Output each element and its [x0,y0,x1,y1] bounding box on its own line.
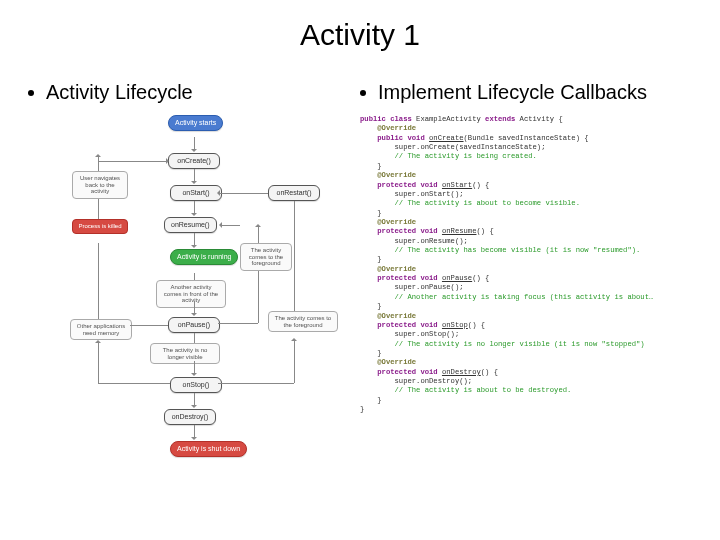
note-another-activity: Another activity comes in front of the a… [156,280,226,308]
comment: // Another activity is taking focus (thi… [360,293,653,301]
annotation: @Override [360,358,416,366]
txt: } [360,302,382,310]
node-onresume: onResume() [164,217,217,233]
note-other-apps: Other applications need memory [70,319,132,340]
annotation: @Override [360,171,416,179]
arrow [194,233,195,247]
arrow [194,137,195,151]
annotation: @Override [360,218,416,226]
arrow [194,201,195,215]
bullet-icon [360,90,366,96]
txt: super.onResume(); [360,237,468,245]
kw: public class [360,115,416,123]
arrow [294,339,295,383]
arrow [258,271,259,323]
left-bullet-text: Activity Lifecycle [46,80,193,105]
txt: } [360,405,364,413]
kw: protected void [360,227,442,235]
note-foreground: The activity comes to the foreground [240,243,292,271]
arrow [98,383,170,384]
comment: // The activity is being created. [360,152,537,160]
right-bullet: Implement Lifecycle Callbacks [360,80,692,105]
note-process-killed: Process is killed [72,219,128,234]
arrow [98,161,168,162]
right-bullet-text: Implement Lifecycle Callbacks [378,80,647,105]
arrow [98,341,99,383]
fn: onStart [442,181,472,189]
txt: () { [472,181,489,189]
annotation: @Override [360,124,416,132]
note-to-foreground: The activity comes to the foreground [268,311,338,332]
arrow [98,155,99,171]
annotation: @Override [360,312,416,320]
arrow [194,169,195,183]
note-no-longer-visible: The activity is no longer visible [150,343,220,364]
fn: onPause [442,274,472,282]
comment: // The activity has become visible (it i… [360,246,640,254]
arrow [294,201,295,317]
node-onrestart: onRestart() [268,185,320,201]
txt: () { [468,321,485,329]
slide-title: Activity 1 [0,0,720,62]
fn: onDestroy [442,368,481,376]
annotation: @Override [360,265,416,273]
arrow [218,323,258,324]
txt: super.onStart(); [360,190,464,198]
node-ondestroy: onDestroy() [164,409,216,425]
node-onpause: onPause() [168,317,220,333]
node-activity-shutdown: Activity is shut down [170,441,247,457]
comment: // The activity is about to become visib… [360,199,580,207]
node-activity-starts: Activity starts [168,115,223,131]
content-columns: Activity Lifecycle Activity starts onCre… [0,62,720,485]
txt: Activity { [520,115,563,123]
txt: (Bundle savedInstanceState) { [464,134,589,142]
note-nav-back: User navigates back to the activity [72,171,128,199]
txt: super.onStop(); [360,330,459,338]
bullet-icon [28,90,34,96]
txt: } [360,162,382,170]
kw: protected void [360,321,442,329]
left-bullet: Activity Lifecycle [28,80,360,105]
comment: // The activity is no longer visible (it… [360,340,645,348]
fn: onStop [442,321,468,329]
txt: super.onCreate(savedInstanceState); [360,143,545,151]
arrow [194,425,195,439]
kw: public void [360,134,429,142]
arrow [98,199,99,219]
kw: protected void [360,368,442,376]
fn: onCreate [429,134,464,142]
txt: () { [481,368,498,376]
txt: () { [472,274,489,282]
txt: } [360,349,382,357]
right-column: Implement Lifecycle Callbacks public cla… [360,62,692,485]
arrow [258,225,259,243]
txt: () { [476,227,493,235]
kw: protected void [360,274,442,282]
arrow [220,225,240,226]
arrow [194,393,195,407]
left-column: Activity Lifecycle Activity starts onCre… [28,62,360,485]
node-oncreate: onCreate() [168,153,220,169]
arrow [130,325,168,326]
arrow [218,193,268,194]
txt: ExampleActivity [416,115,485,123]
arrow [194,361,195,375]
kw: extends [485,115,520,123]
fn: onResume [442,227,477,235]
arrow [194,301,195,315]
code-sample: public class ExampleActivity extends Act… [360,115,680,415]
txt: super.onPause(); [360,283,464,291]
comment: // The activity is about to be destroyed… [360,386,571,394]
txt: super.onDestroy(); [360,377,472,385]
arrow [98,243,99,319]
node-onstop: onStop() [170,377,222,393]
txt: } [360,209,382,217]
lifecycle-flowchart: Activity starts onCreate() onStart() onR… [58,115,358,485]
arrow [218,383,294,384]
txt: } [360,396,382,404]
node-activity-running: Activity is running [170,249,238,265]
txt: } [360,255,382,263]
kw: protected void [360,181,442,189]
